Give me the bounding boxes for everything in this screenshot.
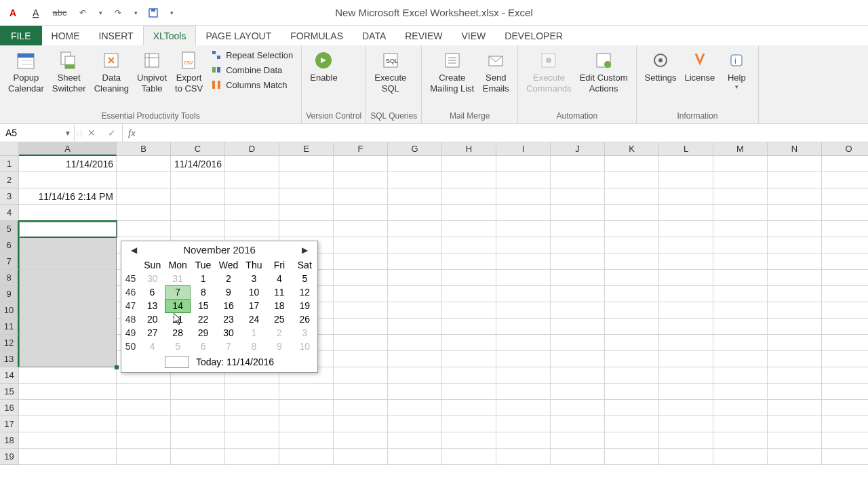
cal-day[interactable]: 12 — [292, 285, 317, 299]
cell-A5[interactable] — [19, 221, 117, 237]
cell-D18[interactable] — [225, 432, 279, 449]
cell-K14[interactable] — [605, 367, 659, 384]
cell-J3[interactable] — [551, 188, 605, 205]
cell-K19[interactable] — [605, 449, 659, 465]
cell-J18[interactable] — [551, 432, 605, 449]
cell-M12[interactable] — [713, 335, 768, 351]
cell-L6[interactable] — [659, 237, 713, 253]
cell-F6[interactable] — [334, 237, 388, 253]
cal-day[interactable]: 4 — [267, 272, 292, 285]
cell-E4[interactable] — [279, 205, 334, 221]
row-header-6[interactable]: 6 — [0, 237, 19, 253]
prev-month-icon[interactable]: ◀ — [128, 245, 139, 255]
cell-B1[interactable] — [117, 156, 171, 172]
cell-I19[interactable] — [496, 449, 551, 465]
cell-H7[interactable] — [442, 253, 496, 270]
cell-G12[interactable] — [388, 335, 442, 351]
font-color-icon-2[interactable]: A — [27, 4, 46, 22]
cell-I1[interactable] — [496, 156, 551, 172]
cell-L10[interactable] — [659, 302, 713, 319]
unpivot-table-button[interactable]: Unpivot Table — [133, 47, 171, 95]
cell-E2[interactable] — [279, 172, 334, 188]
cell-H1[interactable] — [442, 156, 496, 172]
cal-day[interactable]: 6 — [191, 340, 216, 353]
cell-O2[interactable] — [822, 172, 868, 188]
cal-day[interactable]: 13 — [140, 299, 165, 312]
cell-N16[interactable] — [768, 400, 822, 416]
row-header-4[interactable]: 4 — [0, 205, 19, 221]
cell-E1[interactable] — [279, 156, 334, 172]
cell-C19[interactable] — [171, 449, 225, 465]
cell-A10[interactable] — [19, 302, 117, 319]
cell-O16[interactable] — [822, 400, 868, 416]
cell-M2[interactable] — [713, 172, 768, 188]
cell-E17[interactable] — [279, 416, 334, 432]
cell-N4[interactable] — [768, 205, 822, 221]
cell-F19[interactable] — [334, 449, 388, 465]
cell-H16[interactable] — [442, 400, 496, 416]
cell-N17[interactable] — [768, 416, 822, 432]
cell-H9[interactable] — [442, 286, 496, 302]
cell-O6[interactable] — [822, 237, 868, 253]
popup-calendar-button[interactable]: Popup Calendar — [4, 47, 48, 95]
cell-N8[interactable] — [768, 270, 822, 286]
export-csv-button[interactable]: csv Export to CSV — [171, 47, 207, 95]
cell-H3[interactable] — [442, 188, 496, 205]
cell-I12[interactable] — [496, 335, 551, 351]
cell-G18[interactable] — [388, 432, 442, 449]
cal-day[interactable]: 26 — [292, 312, 317, 326]
undo-dropdown-icon[interactable]: ▾ — [96, 4, 104, 22]
col-header-F[interactable]: F — [334, 142, 388, 156]
cal-day[interactable]: 2 — [216, 272, 241, 285]
cell-N7[interactable] — [768, 253, 822, 270]
cell-G15[interactable] — [388, 384, 442, 400]
cell-M16[interactable] — [713, 400, 768, 416]
cell-M14[interactable] — [713, 367, 768, 384]
cell-I18[interactable] — [496, 432, 551, 449]
cal-day[interactable]: 20 — [140, 312, 165, 326]
cell-O11[interactable] — [822, 319, 868, 335]
cell-D2[interactable] — [225, 172, 279, 188]
cell-L16[interactable] — [659, 400, 713, 416]
cell-D3[interactable] — [225, 188, 279, 205]
row-header-18[interactable]: 18 — [0, 432, 19, 449]
cell-H14[interactable] — [442, 367, 496, 384]
cell-G2[interactable] — [388, 172, 442, 188]
cell-O10[interactable] — [822, 302, 868, 319]
tab-insert[interactable]: INSERT — [90, 26, 143, 45]
enter-icon[interactable]: ✓ — [102, 127, 122, 138]
cell-A19[interactable] — [19, 449, 117, 465]
cal-day[interactable]: 6 — [140, 285, 165, 299]
cell-E18[interactable] — [279, 432, 334, 449]
cal-day[interactable]: 8 — [241, 340, 267, 353]
cell-B16[interactable] — [117, 400, 171, 416]
cell-C16[interactable] — [171, 400, 225, 416]
cell-M18[interactable] — [713, 432, 768, 449]
tab-page-layout[interactable]: PAGE LAYOUT — [196, 26, 281, 45]
col-header-M[interactable]: M — [713, 142, 768, 156]
repeat-selection-button[interactable]: Repeat Selection — [210, 48, 294, 62]
fb-expand-icon[interactable]: ⋮ — [75, 129, 81, 137]
cell-H2[interactable] — [442, 172, 496, 188]
cell-K4[interactable] — [605, 205, 659, 221]
cal-day[interactable]: 18 — [267, 299, 292, 312]
cell-A1[interactable]: 11/14/2016 — [19, 156, 117, 172]
cell-L2[interactable] — [659, 172, 713, 188]
cell-F13[interactable] — [334, 351, 388, 367]
cell-D1[interactable] — [225, 156, 279, 172]
cell-O1[interactable] — [822, 156, 868, 172]
license-button[interactable]: License — [681, 47, 719, 83]
cal-day[interactable]: 30 — [140, 272, 165, 285]
col-header-B[interactable]: B — [117, 142, 171, 156]
cell-J4[interactable] — [551, 205, 605, 221]
cell-N2[interactable] — [768, 172, 822, 188]
cell-H18[interactable] — [442, 432, 496, 449]
row-header-9[interactable]: 9 — [0, 286, 19, 302]
cell-O13[interactable] — [822, 351, 868, 367]
cell-M13[interactable] — [713, 351, 768, 367]
cell-I15[interactable] — [496, 384, 551, 400]
cell-C1[interactable]: 11/14/2016 — [171, 156, 225, 172]
cell-I13[interactable] — [496, 351, 551, 367]
cell-G3[interactable] — [388, 188, 442, 205]
cell-K1[interactable] — [605, 156, 659, 172]
